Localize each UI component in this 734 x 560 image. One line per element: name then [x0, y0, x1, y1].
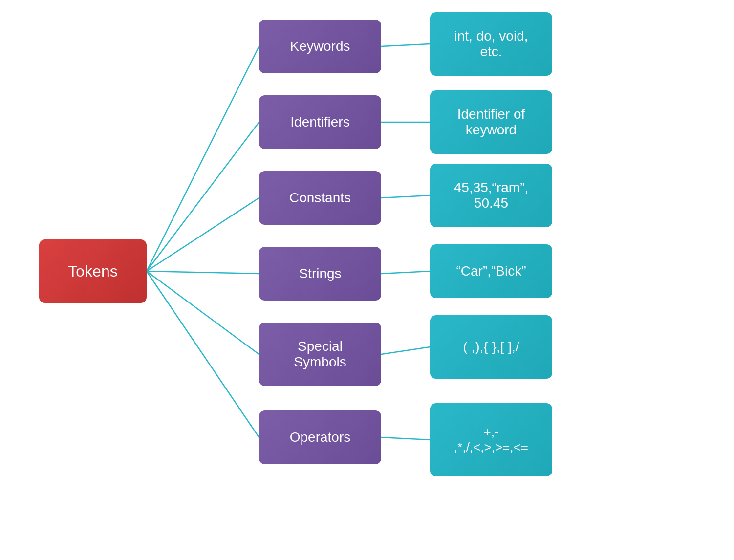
svg-line-10 [381, 347, 430, 354]
strings-node: Strings [259, 247, 381, 301]
diagram-container: Tokens Keywords Identifiers Constants St… [0, 0, 734, 560]
special-value-label: ( ,),{ },[ ],/ [463, 339, 519, 355]
svg-line-1 [147, 122, 259, 271]
identifiers-label: Identifiers [290, 114, 349, 130]
keywords-label: Keywords [290, 39, 350, 54]
constants-value-node: 45,35,“ram”, 50.45 [430, 164, 552, 227]
constants-node: Constants [259, 171, 381, 225]
keywords-value-node: int, do, void, etc. [430, 12, 552, 76]
svg-line-8 [381, 195, 430, 198]
svg-line-0 [147, 46, 259, 271]
identifiers-value-node: Identifier of keyword [430, 90, 552, 154]
svg-line-9 [381, 271, 430, 274]
special-symbols-label: Special Symbols [294, 339, 346, 370]
svg-line-6 [381, 44, 430, 46]
operators-label: Operators [290, 430, 351, 445]
tokens-node: Tokens [39, 239, 147, 303]
strings-value-label: “Car”,“Bick” [456, 263, 526, 279]
constants-label: Constants [289, 190, 351, 206]
identifiers-node: Identifiers [259, 95, 381, 149]
svg-line-5 [147, 271, 259, 437]
constants-value-label: 45,35,“ram”, 50.45 [454, 180, 529, 211]
special-symbols-node: Special Symbols [259, 323, 381, 386]
svg-line-3 [147, 271, 259, 274]
svg-line-4 [147, 271, 259, 354]
svg-line-11 [381, 437, 430, 440]
keywords-value-label: int, do, void, etc. [454, 28, 528, 60]
operators-node: Operators [259, 410, 381, 464]
operators-value-label: +,- ,*,/,<,>,>=,<= [454, 425, 528, 455]
strings-value-node: “Car”,“Bick” [430, 244, 552, 298]
keywords-node: Keywords [259, 20, 381, 73]
svg-line-2 [147, 198, 259, 271]
identifiers-value-label: Identifier of keyword [457, 107, 525, 138]
tokens-label: Tokens [68, 262, 117, 280]
strings-label: Strings [299, 266, 341, 281]
special-value-node: ( ,),{ },[ ],/ [430, 315, 552, 379]
operators-value-node: +,- ,*,/,<,>,>=,<= [430, 403, 552, 476]
